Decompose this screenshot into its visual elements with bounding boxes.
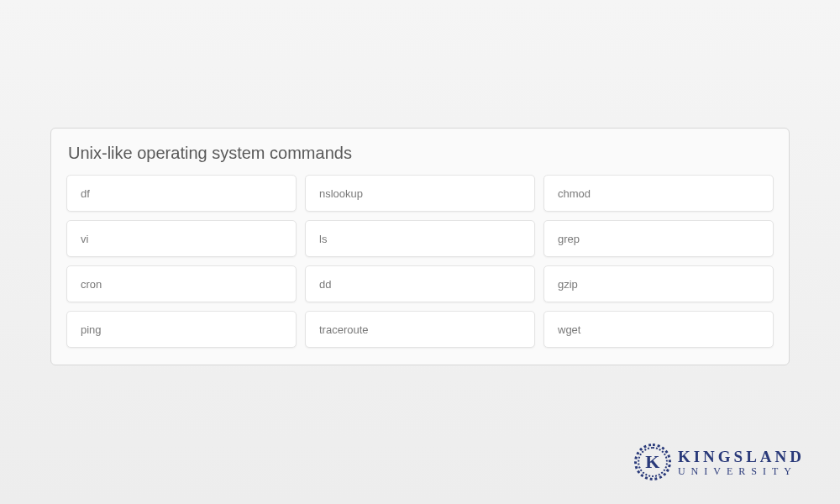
logo-brand-sub: UNIVERSITY xyxy=(678,466,805,476)
command-label: traceroute xyxy=(319,323,369,336)
kingsland-logo: K KINGSLAND UNIVERSITY xyxy=(634,444,805,480)
commands-grid: df nslookup chmod vi ls grep cron dd gzi… xyxy=(66,175,774,348)
command-label: wget xyxy=(558,323,580,336)
command-card[interactable]: ping xyxy=(66,311,297,348)
command-card[interactable]: grep xyxy=(543,220,774,257)
logo-letter: K xyxy=(645,451,659,473)
command-label: cron xyxy=(81,278,102,291)
command-card[interactable]: dd xyxy=(305,265,535,302)
command-card[interactable]: df xyxy=(66,175,297,212)
commands-panel: Unix-like operating system commands df n… xyxy=(50,128,790,365)
command-label: gzip xyxy=(558,278,578,291)
command-card[interactable]: gzip xyxy=(543,265,774,302)
panel-title: Unix-like operating system commands xyxy=(66,144,774,163)
logo-brand-name: KINGSLAND xyxy=(678,449,805,465)
command-label: dd xyxy=(319,278,331,291)
command-card[interactable]: chmod xyxy=(543,175,774,212)
logo-mark-icon: K xyxy=(634,444,671,480)
command-label: grep xyxy=(558,233,580,245)
command-card[interactable]: traceroute xyxy=(305,311,535,348)
command-label: ls xyxy=(319,233,327,245)
command-card[interactable]: wget xyxy=(543,311,774,348)
command-card[interactable]: cron xyxy=(66,265,297,302)
command-card[interactable]: ls xyxy=(305,220,535,257)
command-card[interactable]: vi xyxy=(66,220,297,257)
logo-text: KINGSLAND UNIVERSITY xyxy=(678,449,805,476)
command-label: ping xyxy=(81,323,102,336)
command-label: df xyxy=(81,187,90,200)
command-label: chmod xyxy=(558,187,591,200)
command-label: vi xyxy=(81,233,88,245)
command-label: nslookup xyxy=(319,187,363,200)
command-card[interactable]: nslookup xyxy=(305,175,535,212)
